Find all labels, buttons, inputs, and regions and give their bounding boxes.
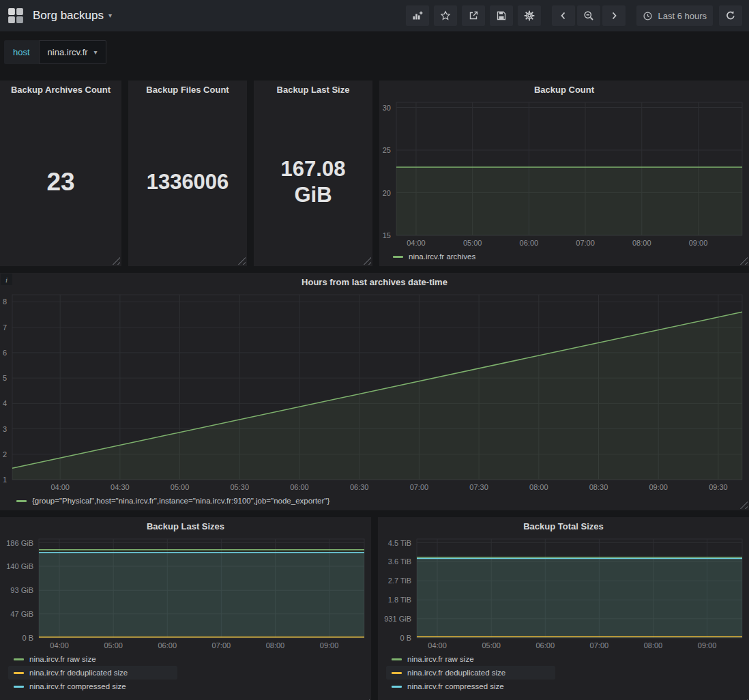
- legend-series-color-icon: [393, 256, 403, 258]
- svg-text:140 GiB: 140 GiB: [6, 562, 33, 570]
- time-range-button[interactable]: Last 6 hours: [636, 5, 713, 26]
- svg-text:07:00: 07:00: [212, 641, 231, 650]
- panel-backup-count: Backup Count 1520253004:0005:0006:0007:0…: [379, 81, 749, 266]
- panel-title[interactable]: Backup Archives Count: [0, 81, 121, 98]
- legend-item[interactable]: nina.ircv.fr deduplicated size: [8, 666, 177, 680]
- svg-text:6: 6: [3, 349, 7, 357]
- panel-title[interactable]: Backup Files Count: [128, 81, 247, 98]
- svg-text:05:30: 05:30: [231, 483, 250, 491]
- panel-title[interactable]: Backup Count: [379, 81, 749, 98]
- svg-text:04:00: 04:00: [407, 239, 426, 247]
- legend-series-label: nina.ircv.fr raw size: [29, 655, 96, 663]
- chevron-left-icon: [558, 10, 569, 21]
- legend-series-color-icon: [14, 686, 24, 688]
- save-button[interactable]: [490, 5, 513, 26]
- legend-item[interactable]: {group="Physical",host="nina.ircv.fr",in…: [11, 494, 335, 508]
- settings-button[interactable]: [518, 5, 541, 26]
- zoom-out-icon: [583, 10, 594, 21]
- clock-icon: [643, 11, 653, 21]
- legend-series-label: nina.ircv.fr deduplicated size: [407, 669, 505, 677]
- graph-legend: {group="Physical",host="nina.ircv.fr",in…: [0, 493, 749, 510]
- svg-text:04:30: 04:30: [111, 483, 130, 491]
- caret-down-icon: ▾: [94, 49, 98, 56]
- legend-item[interactable]: nina.ircv.fr raw size: [8, 652, 102, 666]
- chevron-right-icon: [608, 10, 619, 21]
- svg-text:5: 5: [3, 374, 7, 382]
- svg-text:1.8 TiB: 1.8 TiB: [388, 596, 411, 604]
- zoom-out-button[interactable]: [577, 5, 600, 26]
- navbar-actions: Last 6 hours: [406, 5, 742, 26]
- share-button[interactable]: [462, 5, 485, 26]
- panel-title[interactable]: Backup Last Sizes: [0, 517, 371, 535]
- stat-value: 23: [0, 98, 121, 266]
- dashboard-title: Borg backups: [33, 9, 104, 23]
- legend-series-label: nina.ircv.fr archives: [409, 252, 475, 261]
- svg-text:09:00: 09:00: [689, 239, 708, 247]
- panel-info-icon[interactable]: i: [1, 274, 12, 285]
- graph-legend: nina.ircv.fr raw sizenina.ircv.fr dedupl…: [0, 651, 371, 696]
- svg-text:8: 8: [3, 297, 7, 306]
- svg-text:47 GiB: 47 GiB: [10, 610, 33, 618]
- bar-chart-plus-icon: [412, 10, 423, 21]
- star-button[interactable]: [434, 5, 457, 26]
- legend-series-color-icon: [392, 686, 402, 688]
- panel-backup-total-sizes: Backup Total Sizes 0 B931 GiB1.8 TiB2.7 …: [378, 517, 749, 700]
- svg-text:30: 30: [383, 104, 391, 112]
- panel-hours-from-last-archives: i Hours from last archives date-time 123…: [0, 273, 749, 510]
- svg-text:09:00: 09:00: [698, 641, 717, 650]
- svg-text:07:00: 07:00: [590, 641, 609, 650]
- svg-text:08:00: 08:00: [529, 483, 548, 491]
- svg-text:08:00: 08:00: [266, 641, 285, 650]
- svg-text:20: 20: [383, 189, 391, 197]
- svg-text:08:30: 08:30: [589, 483, 608, 491]
- svg-text:186 GiB: 186 GiB: [6, 539, 33, 547]
- legend-item[interactable]: nina.ircv.fr compressed size: [386, 680, 510, 693]
- svg-text:08:00: 08:00: [632, 239, 651, 247]
- dashboard-title-dropdown[interactable]: Borg backups ▾: [33, 9, 112, 23]
- svg-text:06:30: 06:30: [350, 483, 369, 491]
- graph-canvas[interactable]: 0 B931 GiB1.8 TiB2.7 TiB3.6 TiB4.5 TiB04…: [378, 535, 749, 651]
- svg-text:931 GiB: 931 GiB: [384, 615, 411, 623]
- dashboard-row-3: Backup Last Sizes 0 B47 GiB93 GiB140 GiB…: [0, 517, 749, 700]
- svg-text:2.7 TiB: 2.7 TiB: [388, 577, 411, 585]
- legend-item[interactable]: nina.ircv.fr compressed size: [8, 680, 132, 693]
- svg-text:3: 3: [3, 425, 7, 433]
- panel-title[interactable]: Backup Total Sizes: [378, 517, 749, 535]
- graph-canvas[interactable]: 1234567804:0004:3005:0005:3006:0006:3007…: [0, 291, 749, 493]
- svg-text:4.5 TiB: 4.5 TiB: [388, 539, 411, 547]
- dashboard-row-2: i Hours from last archives date-time 123…: [0, 273, 749, 510]
- svg-text:09:30: 09:30: [709, 483, 728, 491]
- add-panel-button[interactable]: [406, 5, 429, 26]
- caret-down-icon: ▾: [108, 12, 112, 19]
- time-forward-button[interactable]: [602, 5, 626, 26]
- legend-series-color-icon: [392, 658, 402, 660]
- legend-item[interactable]: nina.ircv.fr archives: [387, 250, 481, 263]
- svg-text:15: 15: [383, 231, 391, 239]
- save-icon: [496, 10, 507, 21]
- legend-series-color-icon: [14, 672, 24, 674]
- legend-series-color-icon: [14, 658, 24, 660]
- panel-title[interactable]: Backup Last Size: [254, 81, 372, 98]
- graph-canvas[interactable]: 0 B47 GiB93 GiB140 GiB186 GiB04:0005:000…: [0, 535, 371, 651]
- grafana-logo-icon[interactable]: [7, 7, 25, 25]
- grid-logo-icon: [8, 8, 24, 24]
- variable-value-dropdown[interactable]: nina.ircv.fr ▾: [39, 40, 106, 64]
- svg-text:05:00: 05:00: [463, 239, 482, 247]
- legend-item[interactable]: nina.ircv.fr deduplicated size: [386, 666, 555, 680]
- svg-text:05:00: 05:00: [104, 641, 123, 650]
- dashboard-row-1: Backup Archives Count 23 Backup Files Co…: [0, 81, 749, 266]
- svg-text:09:00: 09:00: [320, 641, 339, 650]
- graph-canvas[interactable]: 1520253004:0005:0006:0007:0008:0009:00: [379, 98, 749, 248]
- panel-title[interactable]: Hours from last archives date-time: [0, 273, 749, 291]
- variable-label: host: [4, 40, 39, 64]
- refresh-button[interactable]: [719, 5, 742, 26]
- share-icon: [468, 10, 479, 21]
- gear-icon: [524, 10, 535, 21]
- svg-text:7: 7: [3, 323, 7, 332]
- legend-item[interactable]: nina.ircv.fr raw size: [386, 652, 480, 666]
- legend-series-label: {group="Physical",host="nina.ircv.fr",in…: [32, 497, 329, 505]
- panel-backup-last-sizes: Backup Last Sizes 0 B47 GiB93 GiB140 GiB…: [0, 517, 371, 700]
- svg-text:05:00: 05:00: [482, 641, 501, 650]
- time-back-button[interactable]: [552, 5, 575, 26]
- panel-backup-archives-count: Backup Archives Count 23: [0, 81, 121, 266]
